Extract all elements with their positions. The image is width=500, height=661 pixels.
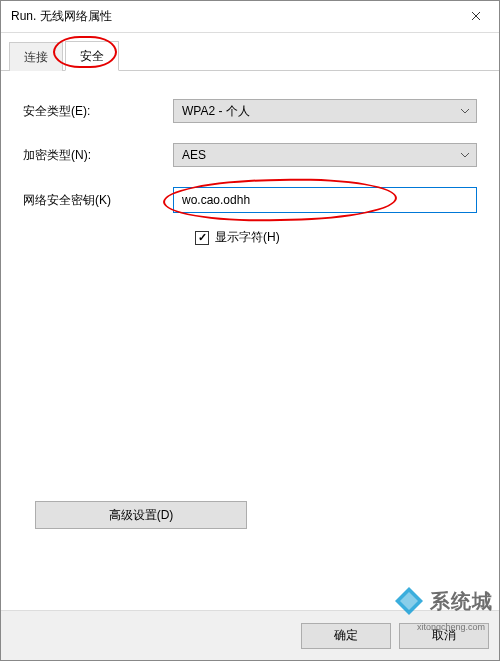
ok-label: 确定 [334,627,358,644]
network-key-label: 网络安全密钥(K) [23,192,173,209]
show-chars-row: 显示字符(H) [195,229,477,246]
title-bar: Run. 无线网络属性 [1,1,499,33]
window-title: Run. 无线网络属性 [11,8,112,25]
security-type-label: 安全类型(E): [23,103,173,120]
advanced-settings-label: 高级设置(D) [109,507,174,524]
network-key-input[interactable] [173,187,477,213]
ok-button[interactable]: 确定 [301,623,391,649]
security-type-row: 安全类型(E): WPA2 - 个人 [23,99,477,123]
cancel-label: 取消 [432,627,456,644]
svg-marker-1 [400,592,418,610]
encryption-type-label: 加密类型(N): [23,147,173,164]
network-key-row: 网络安全密钥(K) [23,187,477,213]
chevron-down-icon [460,152,470,158]
tab-strip: 连接 安全 [1,33,499,71]
security-type-value: WPA2 - 个人 [182,103,250,120]
encryption-type-row: 加密类型(N): AES [23,143,477,167]
tab-security-label: 安全 [80,49,104,63]
close-button[interactable] [453,1,499,33]
cancel-button[interactable]: 取消 [399,623,489,649]
dialog-button-bar: 确定 取消 [1,610,499,660]
show-chars-checkbox[interactable] [195,231,209,245]
chevron-down-icon [460,108,470,114]
wireless-properties-dialog: Run. 无线网络属性 连接 安全 安全类型(E): WPA2 - 个人 [0,0,500,661]
tab-connection-label: 连接 [24,50,48,64]
security-tab-content: 安全类型(E): WPA2 - 个人 加密类型(N): AES [1,71,499,258]
encryption-type-value: AES [182,148,206,162]
security-type-combo[interactable]: WPA2 - 个人 [173,99,477,123]
encryption-type-combo[interactable]: AES [173,143,477,167]
show-chars-label: 显示字符(H) [215,229,280,246]
tab-connection[interactable]: 连接 [9,42,63,71]
advanced-settings-button[interactable]: 高级设置(D) [35,501,247,529]
tab-security[interactable]: 安全 [65,41,119,71]
close-icon [471,9,481,24]
